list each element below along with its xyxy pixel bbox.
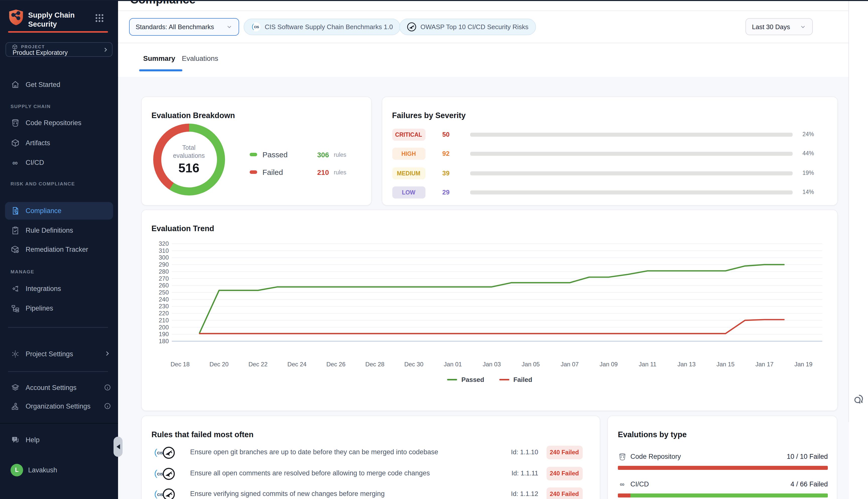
failed-count: 210 [317, 168, 329, 176]
chip-cis-label: CIS Software Supply Chain Benchmarks 1.0 [265, 23, 393, 31]
sidebar-item-integrations[interactable]: Integrations [0, 281, 118, 295]
severity-bar [470, 151, 792, 156]
rule-row[interactable]: CIS Ensure open git branches are up to d… [141, 445, 600, 462]
owasp-logo-icon [162, 488, 175, 499]
card-title: Evalutions by type [618, 430, 687, 439]
info-icon [104, 402, 111, 410]
svg-text:320: 320 [159, 240, 169, 247]
infinity-icon: ∞ [11, 158, 20, 167]
legend-item-failed: Failed [499, 376, 532, 384]
sidebar-item-project-settings[interactable]: Project Settings [0, 347, 118, 361]
sidebar-item-compliance[interactable]: Compliance [5, 202, 113, 220]
rule-row[interactable]: CIS Ensure verifying signed commits of n… [141, 486, 600, 499]
trend-line-chart: 1801902002102202302402502602702802903003… [146, 238, 830, 376]
svg-text:250: 250 [159, 289, 169, 296]
rule-row[interactable]: CIS Ensure all open comments are resolve… [141, 465, 600, 483]
severity-badge: CRITICAL [392, 129, 425, 141]
card-evaluation-trend: Evaluation Trend 18019020021022023024025… [141, 209, 838, 411]
project-box-icon [12, 44, 17, 50]
type-row-cicd: ∞ CI/CD 4 / 66 Failed [618, 479, 828, 489]
date-range-value: Last 30 Days [752, 23, 796, 31]
svg-text:Jan 07: Jan 07 [560, 361, 579, 368]
sidebar-collapse-handle[interactable] [113, 437, 123, 457]
chevron-right-icon [104, 350, 111, 357]
svg-text:Dec 18: Dec 18 [170, 361, 189, 368]
content-area: Evaluation Breakdown Total evaluations 5… [118, 77, 849, 499]
failed-count-badge: 240 Failed [546, 446, 582, 459]
apps-grid-icon[interactable] [95, 14, 104, 23]
svg-text:260: 260 [159, 282, 169, 289]
cube-icon [11, 138, 20, 147]
svg-text:Dec 28: Dec 28 [365, 361, 384, 368]
owasp-logo-icon [162, 467, 175, 480]
tab-bar: Summary Evaluations [118, 43, 849, 77]
right-gutter [848, 0, 868, 422]
type-bar-code-repository [618, 465, 828, 470]
sidebar-item-account-settings[interactable]: Account Settings [0, 380, 118, 394]
date-range-select[interactable]: Last 30 Days [745, 18, 813, 35]
failed-swatch [249, 170, 257, 174]
svg-text:310: 310 [159, 247, 169, 254]
sidebar-item-pipelines[interactable]: Pipelines [0, 301, 118, 315]
sidebar-item-rule-definitions[interactable]: Rule Definitions [0, 223, 118, 237]
shield-logo-icon [8, 9, 24, 26]
user-menu[interactable]: L Lavakush [0, 463, 118, 477]
svg-text:Dec 24: Dec 24 [287, 361, 306, 368]
svg-text:Jan 19: Jan 19 [794, 361, 812, 368]
trend-legend: PassedFailed [141, 376, 838, 384]
svg-text:Jan 13: Jan 13 [677, 361, 695, 368]
project-label: PROJECT [21, 44, 45, 49]
chevron-down-icon [226, 24, 233, 30]
org-tree-icon [11, 402, 20, 411]
rule-id: Id: 1.1.11 [499, 469, 538, 477]
infinity-icon: ∞ [618, 480, 627, 488]
chip-owasp-risks[interactable]: OWASP Top 10 CI/CD Security Risks [399, 19, 536, 35]
tab-summary[interactable]: Summary [143, 54, 175, 62]
svg-text:Dec 30: Dec 30 [404, 361, 423, 368]
sidebar-item-remediation-tracker[interactable]: Remediation Tracker [0, 242, 118, 256]
owasp-logo-icon [162, 446, 175, 459]
svg-text:Dec 26: Dec 26 [326, 361, 345, 368]
severity-badge: MEDIUM [392, 167, 425, 179]
svg-text:Dec 22: Dec 22 [248, 361, 267, 368]
gear-icon [11, 349, 20, 358]
svg-text:Jan 05: Jan 05 [521, 361, 540, 368]
severity-row-critical: CRITICAL 50 24% [382, 127, 838, 142]
sidebar-item-code-repositories[interactable]: Code Repositories [0, 115, 118, 130]
sidebar-item-help[interactable]: ? Help [0, 433, 118, 447]
clipboard-check-icon [11, 226, 20, 235]
project-name: Product Exploratory [13, 49, 68, 56]
sidebar-item-cicd[interactable]: ∞ CI/CD [0, 155, 118, 169]
svg-text:240: 240 [159, 296, 169, 303]
chat-bubbles-icon[interactable] [853, 392, 867, 406]
severity-row-low: LOW 29 14% [382, 185, 838, 200]
window-top-edge [0, 0, 868, 1]
project-selector[interactable]: PROJECT Product Exploratory [5, 42, 112, 57]
svg-text:?: ? [14, 437, 15, 440]
passed-count: 306 [317, 150, 329, 159]
svg-text:CIS: CIS [254, 25, 259, 29]
type-failed-ratio: 10 / 10 Failed [786, 453, 828, 460]
sidebar-divider [8, 327, 108, 328]
sidebar-footer: ? Help L Lavakush [0, 423, 118, 499]
sidebar: Supply ChainSecurity PROJECT Product Exp… [0, 0, 118, 499]
svg-text:290: 290 [159, 261, 169, 268]
sidebar-item-get-started[interactable]: Get Started [0, 77, 118, 92]
type-bar-cicd [618, 493, 828, 497]
svg-text:180: 180 [159, 338, 169, 344]
tab-evaluations[interactable]: Evaluations [182, 54, 218, 62]
home-icon [11, 80, 20, 89]
severity-bar [470, 132, 792, 137]
chip-owasp-label: OWASP Top 10 CI/CD Security Risks [420, 23, 529, 31]
passed-swatch [249, 153, 257, 156]
chip-cis-benchmarks[interactable]: CIS CIS Software Supply Chain Benchmarks… [244, 19, 400, 35]
code-repository-icon [618, 452, 627, 461]
failed-count-badge: 240 Failed [546, 466, 582, 480]
sidebar-item-organization-settings[interactable]: Organization Settings [0, 399, 118, 413]
rule-id: Id: 1.1.12 [499, 490, 538, 497]
sidebar-item-artifacts[interactable]: Artifacts [0, 136, 118, 150]
app-root: Supply ChainSecurity PROJECT Product Exp… [0, 0, 868, 499]
card-failures-by-severity: Failures by Severity CRITICAL 50 24% HIG… [382, 96, 838, 205]
standards-select[interactable]: Standards: All Benchmarks [129, 18, 239, 36]
chevron-right-icon [102, 47, 109, 53]
